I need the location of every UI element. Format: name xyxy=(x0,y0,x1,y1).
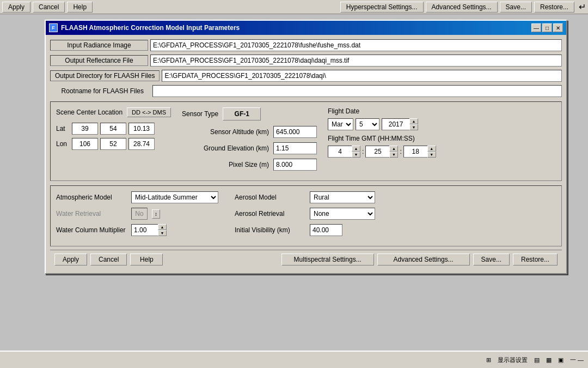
aerosol-model-label: Aerosol Model xyxy=(235,194,305,201)
output-directory-input[interactable] xyxy=(162,70,562,82)
flight-day-select[interactable]: 5 xyxy=(356,118,379,130)
minute-input[interactable] xyxy=(365,146,390,158)
multiplier-up-button[interactable]: ▲ xyxy=(158,224,167,230)
titlebar-left: F FLAASH Atmospheric Correction Model In… xyxy=(49,23,240,32)
display-settings-label[interactable]: 显示器设置 xyxy=(498,356,528,364)
lat-row: Lat xyxy=(56,123,171,135)
output-directory-button[interactable]: Output Directory for FLAASH Files xyxy=(50,70,160,81)
input-radiance-input[interactable] xyxy=(150,39,562,51)
lon-sec-input[interactable] xyxy=(128,138,155,150)
flight-time-label: Flight Time GMT (HH:MM:SS) xyxy=(328,135,437,142)
minute-spinner-buttons: ▲ ▼ xyxy=(389,146,398,158)
lon-deg-input[interactable] xyxy=(72,138,98,150)
altitude-input[interactable] xyxy=(273,126,317,138)
close-button[interactable]: ✕ xyxy=(553,23,563,32)
hour-input[interactable] xyxy=(328,146,352,158)
top-cancel-button[interactable]: Cancel xyxy=(33,2,65,13)
water-retrieval-sort-button[interactable]: ↕ xyxy=(152,209,160,219)
top-apply-button[interactable]: Apply xyxy=(2,2,30,13)
atm-model-label: Atmospheric Model xyxy=(56,194,127,201)
output-reflectance-input[interactable] xyxy=(150,55,562,67)
bottom-save-button[interactable]: Save... xyxy=(473,254,510,266)
taskbar-right: ⊞ 显示器设置 ▤ ▦ ▣ 一 — xyxy=(486,356,584,364)
minimize-button[interactable]: — xyxy=(531,23,541,32)
multiplier-spinner-buttons: ▲ ▼ xyxy=(158,224,167,236)
second-up-button[interactable]: ▲ xyxy=(427,146,436,152)
altitude-label: Sensor Altitude (km) xyxy=(182,128,269,136)
pixel-size-input[interactable] xyxy=(273,159,317,171)
aerosol-retrieval-select[interactable]: None xyxy=(310,208,375,220)
taskbar-icon-1: ⊞ xyxy=(486,357,491,364)
aerosol-retrieval-label: Aerosol Retrieval xyxy=(235,210,305,218)
maximize-button[interactable]: □ xyxy=(542,23,552,32)
sensor-type-label: Sensor Type xyxy=(182,110,218,118)
second-spinner: ▲ ▼ xyxy=(403,146,436,158)
second-down-button[interactable]: ▼ xyxy=(427,152,436,158)
hour-up-button[interactable]: ▲ xyxy=(352,146,360,152)
top-restore-button[interactable]: Restore... xyxy=(534,2,574,13)
flight-panel: Flight Date Mar 5 ▲ ▼ xyxy=(328,107,437,175)
top-save-button[interactable]: Save... xyxy=(500,2,532,13)
flight-year-input[interactable] xyxy=(382,118,410,130)
params-grid: Scene Center Location DD <-> DMS Lat Lon xyxy=(56,107,556,175)
output-reflectance-row: Output Reflectance File xyxy=(50,55,562,67)
atm-grid: Atmospheric Model Mid-Latitude Summer Wa… xyxy=(56,191,556,240)
lat-sec-input[interactable] xyxy=(128,123,155,135)
toolbar-left: Apply Cancel Help xyxy=(54,254,163,266)
lat-deg-input[interactable] xyxy=(72,123,98,135)
input-radiance-button[interactable]: Input Radiance Image xyxy=(50,40,148,51)
year-down-button[interactable]: ▼ xyxy=(409,124,418,130)
minute-down-button[interactable]: ▼ xyxy=(389,152,398,158)
top-help-button[interactable]: Help xyxy=(67,2,93,13)
elevation-input[interactable] xyxy=(273,142,317,154)
aerosol-model-select[interactable]: Rural xyxy=(310,191,375,203)
aerosol-panel: Aerosol Model Rural Aerosol Retrieval No… xyxy=(235,191,375,240)
minute-spinner: ▲ ▼ xyxy=(365,146,398,158)
rootname-input[interactable] xyxy=(152,85,562,97)
scene-center-label: Scene Center Location xyxy=(56,108,122,116)
lat-min-input[interactable] xyxy=(100,123,126,135)
visibility-input[interactable] xyxy=(310,224,342,236)
taskbar-icon-3: ▦ xyxy=(546,357,552,364)
bottom-advanced-settings-button[interactable]: Advanced Settings... xyxy=(377,254,470,266)
second-spinner-buttons: ▲ ▼ xyxy=(427,146,436,158)
bottom-apply-button[interactable]: Apply xyxy=(54,254,87,266)
bottom-restore-button[interactable]: Restore... xyxy=(513,254,558,266)
atmospheric-section: Atmospheric Model Mid-Latitude Summer Wa… xyxy=(50,185,562,246)
window-icon: F xyxy=(49,23,58,32)
water-retrieval-input xyxy=(131,208,148,220)
flight-month-select[interactable]: Mar xyxy=(328,118,353,130)
bottom-cancel-button[interactable]: Cancel xyxy=(90,254,127,266)
hyperspectral-settings-button[interactable]: Hyperspectral Settings... xyxy=(340,2,424,13)
aerosol-model-row: Aerosol Model Rural xyxy=(235,191,375,203)
pixel-size-label: Pixel Size (m) xyxy=(182,161,269,168)
flight-date-label: Flight Date xyxy=(328,107,437,115)
taskbar-dash[interactable]: 一 — xyxy=(570,356,584,364)
lon-min-input[interactable] xyxy=(100,138,126,150)
titlebar-controls: — □ ✕ xyxy=(531,23,563,32)
input-radiance-row: Input Radiance Image xyxy=(50,39,562,51)
scroll-arrow-right[interactable]: ↵ xyxy=(579,2,586,13)
atm-model-select[interactable]: Mid-Latitude Summer xyxy=(131,191,218,203)
lon-row: Lon xyxy=(56,138,171,150)
year-spinner-buttons: ▲ ▼ xyxy=(409,118,418,130)
dd-dms-button[interactable]: DD <-> DMS xyxy=(127,107,171,117)
output-reflectance-button[interactable]: Output Reflectance File xyxy=(50,55,148,66)
atm-model-row: Atmospheric Model Mid-Latitude Summer xyxy=(56,191,218,203)
window-title: FLAASH Atmospheric Correction Model Inpu… xyxy=(61,24,240,32)
water-multiplier-spinner: ▲ ▼ xyxy=(131,224,167,236)
multiplier-down-button[interactable]: ▼ xyxy=(158,230,167,236)
sensor-type-button[interactable]: GF-1 xyxy=(223,107,261,120)
multispectral-settings-button[interactable]: Multispectral Settings... xyxy=(281,254,374,266)
hour-down-button[interactable]: ▼ xyxy=(352,152,360,158)
sensor-type-row: Sensor Type GF-1 xyxy=(182,107,317,120)
year-up-button[interactable]: ▲ xyxy=(409,118,418,124)
second-input[interactable] xyxy=(403,146,428,158)
sensor-panel: Sensor Type GF-1 Sensor Altitude (km) Gr… xyxy=(182,107,317,175)
rootname-row: Rootname for FLAASH Files xyxy=(50,85,562,97)
minute-up-button[interactable]: ▲ xyxy=(389,146,398,152)
bottom-help-button[interactable]: Help xyxy=(130,254,163,266)
water-multiplier-input[interactable] xyxy=(131,224,158,236)
flight-date-row: Mar 5 ▲ ▼ xyxy=(328,118,437,130)
top-advanced-settings-button[interactable]: Advanced Settings... xyxy=(426,2,498,13)
